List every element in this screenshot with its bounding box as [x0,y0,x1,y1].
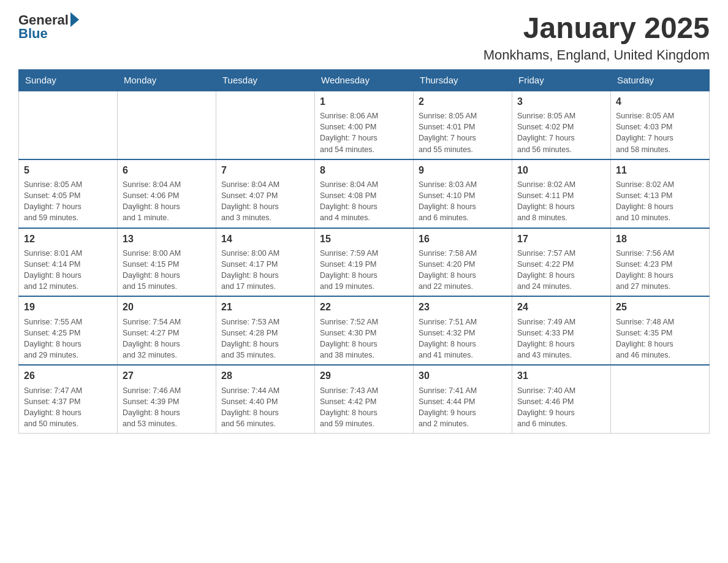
header-saturday: Saturday [611,69,710,91]
logo-arrow-icon [70,12,79,27]
day-number: 25 [616,301,704,314]
day-number: 28 [221,369,309,383]
day-info: Sunrise: 7:43 AM Sunset: 4:42 PM Dayligh… [320,385,408,430]
calendar-cell: 21Sunrise: 7:53 AM Sunset: 4:28 PM Dayli… [216,296,315,365]
day-number: 10 [517,164,605,177]
week-row-5: 26Sunrise: 7:47 AM Sunset: 4:37 PM Dayli… [19,365,710,433]
calendar-cell: 30Sunrise: 7:41 AM Sunset: 4:44 PM Dayli… [414,365,512,433]
week-row-2: 5Sunrise: 8:05 AM Sunset: 4:05 PM Daylig… [19,159,710,228]
logo-text-blue: Blue [18,26,48,42]
day-info: Sunrise: 8:05 AM Sunset: 4:02 PM Dayligh… [517,110,605,155]
calendar-cell: 9Sunrise: 8:03 AM Sunset: 4:10 PM Daylig… [414,159,512,228]
calendar-cell: 14Sunrise: 8:00 AM Sunset: 4:17 PM Dayli… [216,228,315,297]
day-info: Sunrise: 7:46 AM Sunset: 4:39 PM Dayligh… [123,385,211,430]
header-tuesday: Tuesday [216,69,315,91]
day-info: Sunrise: 7:40 AM Sunset: 4:46 PM Dayligh… [517,385,605,430]
day-info: Sunrise: 7:58 AM Sunset: 4:20 PM Dayligh… [419,248,507,293]
calendar-cell: 6Sunrise: 8:04 AM Sunset: 4:06 PM Daylig… [118,159,216,228]
calendar-cell: 1Sunrise: 8:06 AM Sunset: 4:00 PM Daylig… [315,91,414,159]
day-info: Sunrise: 8:02 AM Sunset: 4:11 PM Dayligh… [517,179,605,224]
day-info: Sunrise: 7:47 AM Sunset: 4:37 PM Dayligh… [24,385,112,430]
calendar-cell: 12Sunrise: 8:01 AM Sunset: 4:14 PM Dayli… [19,228,118,297]
day-info: Sunrise: 8:05 AM Sunset: 4:01 PM Dayligh… [419,110,507,155]
page-title: January 2025 [483,12,710,45]
calendar-cell: 4Sunrise: 8:05 AM Sunset: 4:03 PM Daylig… [611,91,710,159]
day-number: 6 [123,164,211,177]
day-info: Sunrise: 7:49 AM Sunset: 4:33 PM Dayligh… [517,316,605,361]
calendar-cell: 25Sunrise: 7:48 AM Sunset: 4:35 PM Dayli… [611,296,710,365]
calendar-cell: 17Sunrise: 7:57 AM Sunset: 4:22 PM Dayli… [512,228,611,297]
header-thursday: Thursday [414,69,512,91]
calendar-cell: 16Sunrise: 7:58 AM Sunset: 4:20 PM Dayli… [414,228,512,297]
day-info: Sunrise: 8:00 AM Sunset: 4:15 PM Dayligh… [123,248,211,293]
calendar-cell: 15Sunrise: 7:59 AM Sunset: 4:19 PM Dayli… [315,228,414,297]
day-info: Sunrise: 7:48 AM Sunset: 4:35 PM Dayligh… [616,316,704,361]
calendar-cell: 2Sunrise: 8:05 AM Sunset: 4:01 PM Daylig… [414,91,512,159]
day-number: 31 [517,369,605,383]
day-info: Sunrise: 8:01 AM Sunset: 4:14 PM Dayligh… [24,248,112,293]
calendar-cell [611,365,710,433]
calendar-cell: 18Sunrise: 7:56 AM Sunset: 4:23 PM Dayli… [611,228,710,297]
calendar-cell: 28Sunrise: 7:44 AM Sunset: 4:40 PM Dayli… [216,365,315,433]
day-info: Sunrise: 7:54 AM Sunset: 4:27 PM Dayligh… [123,316,211,361]
calendar-cell: 27Sunrise: 7:46 AM Sunset: 4:39 PM Dayli… [118,365,216,433]
header-friday: Friday [512,69,611,91]
day-number: 3 [517,95,605,109]
day-number: 8 [320,164,408,177]
calendar-cell: 10Sunrise: 8:02 AM Sunset: 4:11 PM Dayli… [512,159,611,228]
day-info: Sunrise: 7:51 AM Sunset: 4:32 PM Dayligh… [419,316,507,361]
day-info: Sunrise: 8:06 AM Sunset: 4:00 PM Dayligh… [320,110,408,155]
calendar-cell: 22Sunrise: 7:52 AM Sunset: 4:30 PM Dayli… [315,296,414,365]
day-info: Sunrise: 8:05 AM Sunset: 4:03 PM Dayligh… [616,110,704,155]
header-monday: Monday [118,69,216,91]
week-row-4: 19Sunrise: 7:55 AM Sunset: 4:25 PM Dayli… [19,296,710,365]
week-row-3: 12Sunrise: 8:01 AM Sunset: 4:14 PM Dayli… [19,228,710,297]
week-row-1: 1Sunrise: 8:06 AM Sunset: 4:00 PM Daylig… [19,91,710,159]
day-number: 21 [221,301,309,314]
day-info: Sunrise: 8:03 AM Sunset: 4:10 PM Dayligh… [419,179,507,224]
calendar-cell: 24Sunrise: 7:49 AM Sunset: 4:33 PM Dayli… [512,296,611,365]
day-number: 24 [517,301,605,314]
calendar-cell [118,91,216,159]
day-number: 22 [320,301,408,314]
day-info: Sunrise: 8:00 AM Sunset: 4:17 PM Dayligh… [221,248,309,293]
calendar-cell: 5Sunrise: 8:05 AM Sunset: 4:05 PM Daylig… [19,159,118,228]
day-number: 19 [24,301,112,314]
calendar-cell: 3Sunrise: 8:05 AM Sunset: 4:02 PM Daylig… [512,91,611,159]
day-number: 4 [616,95,704,109]
day-number: 14 [221,232,309,246]
day-number: 2 [419,95,507,109]
calendar-cell: 7Sunrise: 8:04 AM Sunset: 4:07 PM Daylig… [216,159,315,228]
day-info: Sunrise: 7:44 AM Sunset: 4:40 PM Dayligh… [221,385,309,430]
day-info: Sunrise: 7:59 AM Sunset: 4:19 PM Dayligh… [320,248,408,293]
day-number: 16 [419,232,507,246]
day-info: Sunrise: 8:04 AM Sunset: 4:08 PM Dayligh… [320,179,408,224]
day-number: 17 [517,232,605,246]
day-number: 1 [320,95,408,109]
page-header: General Blue January 2025 Monkhams, Engl… [18,12,710,63]
day-number: 18 [616,232,704,246]
calendar-cell: 29Sunrise: 7:43 AM Sunset: 4:42 PM Dayli… [315,365,414,433]
calendar-table: SundayMondayTuesdayWednesdayThursdayFrid… [18,69,710,434]
calendar-cell: 23Sunrise: 7:51 AM Sunset: 4:32 PM Dayli… [414,296,512,365]
day-info: Sunrise: 7:52 AM Sunset: 4:30 PM Dayligh… [320,316,408,361]
day-number: 15 [320,232,408,246]
day-number: 5 [24,164,112,177]
calendar-cell: 19Sunrise: 7:55 AM Sunset: 4:25 PM Dayli… [19,296,118,365]
day-number: 11 [616,164,704,177]
calendar-cell: 20Sunrise: 7:54 AM Sunset: 4:27 PM Dayli… [118,296,216,365]
header-wednesday: Wednesday [315,69,414,91]
day-number: 20 [123,301,211,314]
day-info: Sunrise: 7:41 AM Sunset: 4:44 PM Dayligh… [419,385,507,430]
calendar-cell: 11Sunrise: 8:02 AM Sunset: 4:13 PM Dayli… [611,159,710,228]
calendar-cell: 31Sunrise: 7:40 AM Sunset: 4:46 PM Dayli… [512,365,611,433]
title-block: January 2025 Monkhams, England, United K… [483,12,710,63]
day-info: Sunrise: 8:05 AM Sunset: 4:05 PM Dayligh… [24,179,112,224]
day-number: 30 [419,369,507,383]
logo: General Blue [18,12,79,42]
day-number: 12 [24,232,112,246]
day-info: Sunrise: 8:04 AM Sunset: 4:07 PM Dayligh… [221,179,309,224]
day-info: Sunrise: 8:04 AM Sunset: 4:06 PM Dayligh… [123,179,211,224]
calendar-header-row: SundayMondayTuesdayWednesdayThursdayFrid… [19,69,710,91]
day-number: 7 [221,164,309,177]
